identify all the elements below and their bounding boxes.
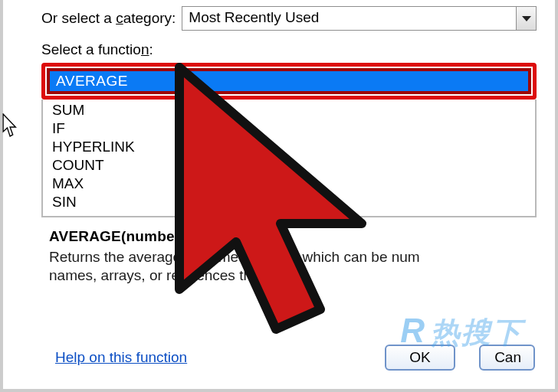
category-dropdown-value: Most Recently Used (182, 7, 516, 30)
dialog-frame: Or select a category: Most Recently Used… (0, 0, 558, 392)
function-listbox-highlight: AVERAGE (41, 63, 537, 100)
cancel-button-label: Can (494, 349, 521, 366)
function-listbox-highlight-inner: AVERAGE (47, 68, 531, 94)
function-item[interactable]: HYPERLINK (51, 138, 529, 156)
watermark-text: 热搜下 (431, 316, 523, 348)
cancel-button[interactable]: Can (479, 345, 535, 371)
category-label-post: ategory: (123, 10, 176, 26)
function-listbox[interactable]: SUM IF HYPERLINK COUNT MAX SIN (41, 100, 537, 217)
ok-button-label: OK (409, 349, 430, 366)
select-fn-label-pre: Select a functio (41, 41, 141, 57)
category-dropdown-button[interactable] (516, 7, 536, 30)
function-item[interactable]: MAX (51, 175, 529, 193)
help-link[interactable]: Help on this function (55, 349, 187, 366)
function-item[interactable]: COUNT (51, 156, 529, 175)
chevron-down-icon (522, 16, 531, 21)
function-item[interactable]: IF (51, 119, 529, 138)
function-item[interactable]: SIN (51, 193, 529, 211)
category-row: Or select a category: Most Recently Used (21, 2, 546, 38)
category-label-pre: Or select a (41, 10, 116, 26)
ok-button[interactable]: OK (385, 345, 455, 371)
category-hotkey: c (116, 10, 123, 26)
function-description: AVERAGE(number1,numb Returns the average… (41, 222, 537, 292)
select-fn-hotkey: n (141, 41, 149, 57)
cursor-icon (2, 113, 19, 143)
function-item-selected[interactable]: AVERAGE (50, 71, 528, 91)
select-fn-label-post: : (149, 41, 153, 57)
function-signature: AVERAGE(number1,numb (49, 228, 529, 245)
function-description-text: Returns the average (arithmet uments, wh… (49, 248, 529, 286)
category-dropdown[interactable]: Most Recently Used (182, 6, 537, 31)
function-item[interactable]: SUM (51, 101, 529, 119)
category-label: Or select a category: (41, 10, 176, 27)
dialog-body: Or select a category: Most Recently Used… (21, 2, 546, 387)
select-function-label: Select a function: (21, 38, 546, 63)
